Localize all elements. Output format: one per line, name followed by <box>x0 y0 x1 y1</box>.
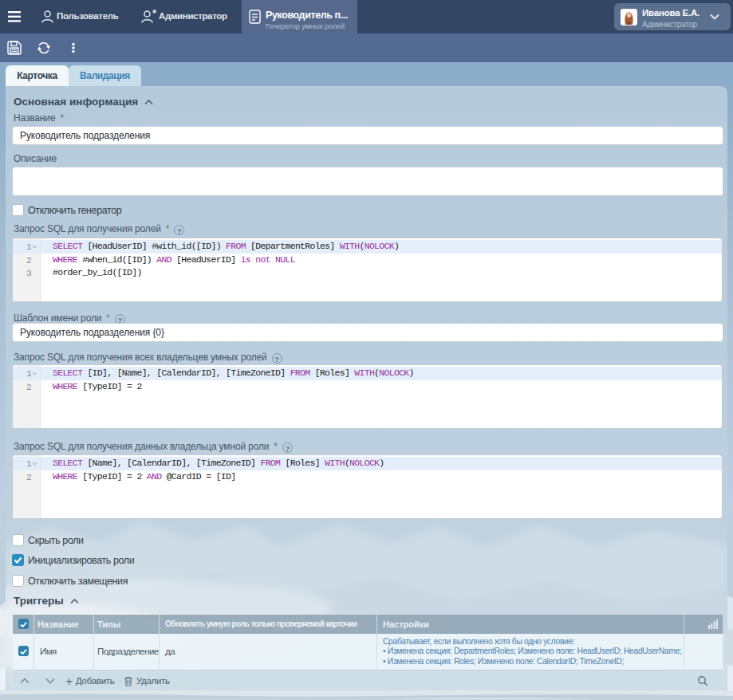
svg-text:*: * <box>152 10 157 19</box>
